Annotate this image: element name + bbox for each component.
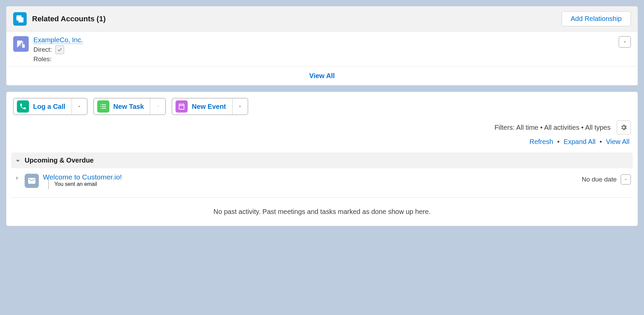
filters-text: Filters: All time • All activities • All… [494, 124, 611, 131]
upcoming-overdue-header[interactable]: Upcoming & Overdue [11, 152, 633, 168]
account-row: ExampleCo, Inc. Direct: Roles: [6, 31, 638, 67]
building-icon [13, 36, 29, 52]
account-roles-row: Roles: [33, 55, 513, 63]
timeline-links-row: Refresh • Expand All • View All [6, 136, 638, 150]
account-name-link[interactable]: ExampleCo, Inc. [33, 36, 83, 44]
activity-item-title[interactable]: Welcome to Customer.io! [43, 173, 122, 181]
new-task-label: New Task [113, 103, 144, 111]
header-left: Related Accounts (1) [13, 12, 106, 26]
activity-item-dropdown[interactable] [621, 174, 631, 185]
activity-item: Welcome to Customer.io! You sent an emai… [6, 171, 638, 191]
new-event-button[interactable]: New Event [172, 98, 248, 115]
svg-rect-1 [18, 17, 23, 22]
activity-item-subtext: You sent an email [45, 181, 578, 187]
filters-row: Filters: All time • All activities • All… [6, 118, 638, 136]
direct-label: Direct: [33, 46, 52, 53]
log-call-button[interactable]: Log a Call [13, 98, 87, 115]
new-event-label: New Event [192, 103, 226, 111]
new-task-dropdown[interactable] [150, 98, 165, 115]
phone-icon [17, 100, 29, 113]
new-task-button[interactable]: New Task [93, 98, 166, 115]
related-accounts-card: Related Accounts (1) Add Relationship Ex… [6, 6, 638, 86]
related-accounts-title: Related Accounts (1) [32, 15, 106, 23]
activity-item-body: Welcome to Customer.io! You sent an emai… [43, 173, 578, 187]
related-view-all-link[interactable]: View All [309, 72, 335, 79]
view-all-link[interactable]: View All [606, 138, 629, 146]
timeline-settings-button[interactable] [617, 120, 631, 135]
refresh-link[interactable]: Refresh [530, 138, 553, 146]
separator-dot: • [598, 138, 603, 146]
roles-label: Roles: [33, 55, 52, 63]
chevron-down-icon [15, 157, 21, 164]
log-call-label: Log a Call [33, 103, 65, 111]
direct-checkbox [55, 45, 64, 54]
email-icon [25, 174, 39, 188]
calendar-icon [176, 100, 188, 113]
due-date-text: No due date [582, 176, 617, 183]
expand-all-link[interactable]: Expand All [564, 138, 596, 146]
activity-item-right: No due date [582, 174, 631, 185]
task-icon [97, 100, 109, 113]
activity-card: Log a Call New Task New Event [6, 92, 638, 226]
related-accounts-icon [13, 12, 27, 26]
expand-item-chevron[interactable] [13, 176, 21, 180]
upcoming-overdue-title: Upcoming & Overdue [25, 156, 93, 164]
add-relationship-button[interactable]: Add Relationship [562, 11, 631, 26]
related-view-all-row: View All [6, 67, 638, 85]
account-actions-dropdown[interactable] [619, 36, 631, 48]
account-direct-row: Direct: [33, 45, 513, 54]
log-call-dropdown[interactable] [72, 98, 87, 115]
no-past-activity-message: No past activity. Past meetings and task… [6, 198, 638, 218]
related-accounts-header: Related Accounts (1) Add Relationship [6, 6, 638, 31]
account-info: ExampleCo, Inc. Direct: Roles: [33, 36, 513, 63]
new-event-dropdown[interactable] [232, 98, 248, 115]
activity-buttons-row: Log a Call New Task New Event [6, 97, 638, 118]
separator-dot: • [556, 138, 561, 146]
